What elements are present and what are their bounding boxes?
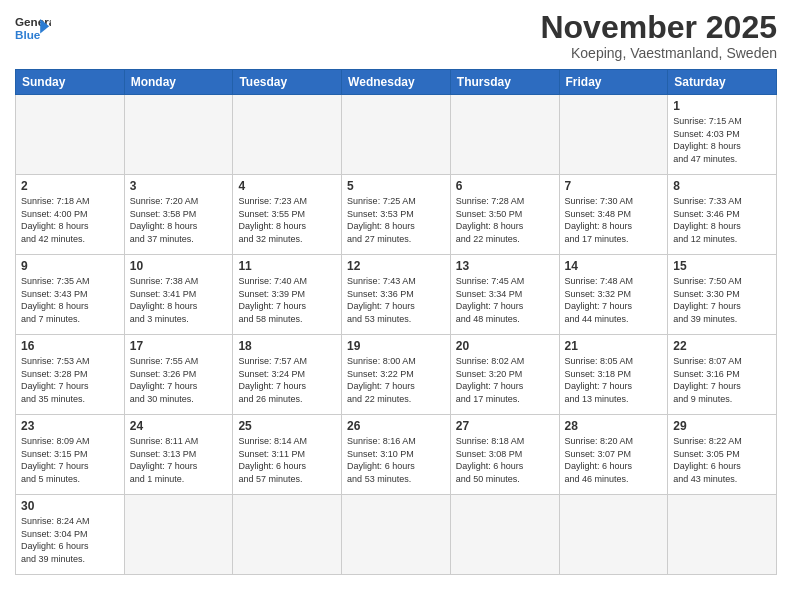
table-row: 6Sunrise: 7:28 AM Sunset: 3:50 PM Daylig…: [450, 175, 559, 255]
table-row: [233, 95, 342, 175]
table-row: 7Sunrise: 7:30 AM Sunset: 3:48 PM Daylig…: [559, 175, 668, 255]
calendar-header-row: Sunday Monday Tuesday Wednesday Thursday…: [16, 70, 777, 95]
table-row: 28Sunrise: 8:20 AM Sunset: 3:07 PM Dayli…: [559, 415, 668, 495]
table-row: 24Sunrise: 8:11 AM Sunset: 3:13 PM Dayli…: [124, 415, 233, 495]
table-row: 16Sunrise: 7:53 AM Sunset: 3:28 PM Dayli…: [16, 335, 125, 415]
table-row: 14Sunrise: 7:48 AM Sunset: 3:32 PM Dayli…: [559, 255, 668, 335]
col-friday: Friday: [559, 70, 668, 95]
table-row: [16, 95, 125, 175]
table-row: 4Sunrise: 7:23 AM Sunset: 3:55 PM Daylig…: [233, 175, 342, 255]
table-row: 25Sunrise: 8:14 AM Sunset: 3:11 PM Dayli…: [233, 415, 342, 495]
col-wednesday: Wednesday: [342, 70, 451, 95]
table-row: 21Sunrise: 8:05 AM Sunset: 3:18 PM Dayli…: [559, 335, 668, 415]
table-row: [342, 495, 451, 575]
table-row: 15Sunrise: 7:50 AM Sunset: 3:30 PM Dayli…: [668, 255, 777, 335]
table-row: 12Sunrise: 7:43 AM Sunset: 3:36 PM Dayli…: [342, 255, 451, 335]
location-title: Koeping, Vaestmanland, Sweden: [540, 45, 777, 61]
table-row: [668, 495, 777, 575]
table-row: [342, 95, 451, 175]
table-row: [450, 95, 559, 175]
table-row: 26Sunrise: 8:16 AM Sunset: 3:10 PM Dayli…: [342, 415, 451, 495]
table-row: 29Sunrise: 8:22 AM Sunset: 3:05 PM Dayli…: [668, 415, 777, 495]
table-row: 8Sunrise: 7:33 AM Sunset: 3:46 PM Daylig…: [668, 175, 777, 255]
table-row: 2Sunrise: 7:18 AM Sunset: 4:00 PM Daylig…: [16, 175, 125, 255]
col-sunday: Sunday: [16, 70, 125, 95]
table-row: 22Sunrise: 8:07 AM Sunset: 3:16 PM Dayli…: [668, 335, 777, 415]
table-row: 18Sunrise: 7:57 AM Sunset: 3:24 PM Dayli…: [233, 335, 342, 415]
col-thursday: Thursday: [450, 70, 559, 95]
table-row: 23Sunrise: 8:09 AM Sunset: 3:15 PM Dayli…: [16, 415, 125, 495]
col-saturday: Saturday: [668, 70, 777, 95]
table-row: 9Sunrise: 7:35 AM Sunset: 3:43 PM Daylig…: [16, 255, 125, 335]
table-row: 17Sunrise: 7:55 AM Sunset: 3:26 PM Dayli…: [124, 335, 233, 415]
svg-text:Blue: Blue: [15, 28, 41, 41]
logo-icon: General Blue: [15, 10, 51, 46]
table-row: 11Sunrise: 7:40 AM Sunset: 3:39 PM Dayli…: [233, 255, 342, 335]
table-row: 1Sunrise: 7:15 AM Sunset: 4:03 PM Daylig…: [668, 95, 777, 175]
table-row: 19Sunrise: 8:00 AM Sunset: 3:22 PM Dayli…: [342, 335, 451, 415]
header: General Blue November 2025 Koeping, Vaes…: [15, 10, 777, 61]
month-title: November 2025: [540, 10, 777, 45]
table-row: 3Sunrise: 7:20 AM Sunset: 3:58 PM Daylig…: [124, 175, 233, 255]
table-row: 27Sunrise: 8:18 AM Sunset: 3:08 PM Dayli…: [450, 415, 559, 495]
table-row: 10Sunrise: 7:38 AM Sunset: 3:41 PM Dayli…: [124, 255, 233, 335]
calendar: Sunday Monday Tuesday Wednesday Thursday…: [15, 69, 777, 575]
col-tuesday: Tuesday: [233, 70, 342, 95]
table-row: [559, 495, 668, 575]
table-row: 13Sunrise: 7:45 AM Sunset: 3:34 PM Dayli…: [450, 255, 559, 335]
table-row: [124, 495, 233, 575]
logo: General Blue: [15, 10, 51, 46]
page: General Blue November 2025 Koeping, Vaes…: [0, 0, 792, 585]
table-row: 5Sunrise: 7:25 AM Sunset: 3:53 PM Daylig…: [342, 175, 451, 255]
table-row: [124, 95, 233, 175]
title-block: November 2025 Koeping, Vaestmanland, Swe…: [540, 10, 777, 61]
table-row: [233, 495, 342, 575]
col-monday: Monday: [124, 70, 233, 95]
table-row: [450, 495, 559, 575]
table-row: 20Sunrise: 8:02 AM Sunset: 3:20 PM Dayli…: [450, 335, 559, 415]
table-row: [559, 95, 668, 175]
table-row: 30Sunrise: 8:24 AM Sunset: 3:04 PM Dayli…: [16, 495, 125, 575]
